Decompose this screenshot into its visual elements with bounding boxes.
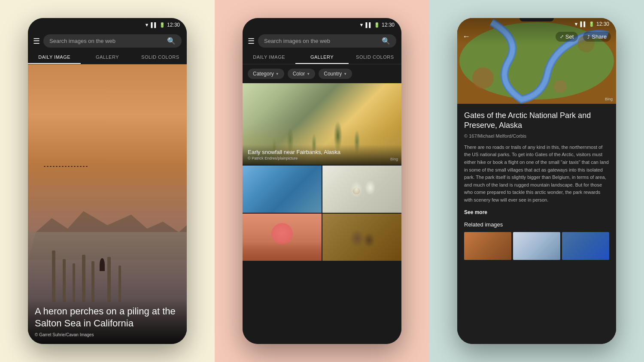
- status-time-2: 12:30: [382, 22, 395, 28]
- image-title-1: A heron perches on a piling at the Salto…: [35, 305, 180, 330]
- hamburger-icon-2[interactable]: ☰: [248, 36, 255, 46]
- piling-2: [63, 259, 66, 302]
- country-arrow-icon: ▼: [343, 72, 347, 76]
- gallery-featured-caption: Early snowfall near Fairbanks, Alaska © …: [243, 145, 401, 165]
- piling-5: [91, 261, 94, 302]
- tab-solid-colors-2[interactable]: SOLID COLORS: [349, 50, 401, 64]
- share-button[interactable]: ⤴ Share: [583, 32, 611, 42]
- see-more-button[interactable]: See more: [464, 209, 609, 215]
- related-image-3[interactable]: [562, 232, 609, 260]
- related-image-1[interactable]: [464, 232, 511, 260]
- tab-bar-2: DAILY IMAGE GALLERY SOLID COLORS: [243, 50, 401, 64]
- bing-watermark-detail: Bing: [605, 97, 613, 101]
- gallery-cell-glacier[interactable]: [243, 166, 322, 213]
- svg-point-2: [472, 67, 494, 89]
- content-2: Category ▼ Color ▼ Country ▼: [243, 64, 401, 344]
- bird-13: [80, 166, 82, 167]
- birds-line: [44, 162, 155, 171]
- gallery-grid: Early snowfall near Fairbanks, Alaska © …: [243, 83, 401, 262]
- bears-image: [322, 214, 401, 261]
- bird-1: [44, 166, 46, 167]
- related-images-title: Related images: [464, 221, 609, 228]
- filter-color[interactable]: Color ▼: [288, 69, 316, 79]
- background-panel-1: ▼ ▌▌ 🔋 12:30 ☰ Search images on the web …: [0, 0, 215, 362]
- signal-icon-1: ▌▌: [151, 22, 158, 27]
- detail-container: ▼ ▌▌ 🔋 12:30: [457, 18, 616, 344]
- bird-8: [65, 166, 67, 167]
- status-icons-1: ▼ ▌▌ 🔋 12:30: [144, 22, 180, 28]
- search-bar-1[interactable]: Search images on the web 🔍: [43, 34, 182, 48]
- daily-image-bg: A heron perches on a piling at the Salto…: [28, 64, 187, 344]
- bird-9: [68, 166, 70, 167]
- top-bar-2: ☰ Search images on the web 🔍: [243, 32, 401, 50]
- wifi-icon-2: ▼: [359, 22, 364, 27]
- gallery-featured-title: Early snowfall near Fairbanks, Alaska: [248, 149, 396, 155]
- status-icons-2: ▼ ▌▌ 🔋 12:30: [359, 22, 395, 28]
- gallery-cell-birds[interactable]: [322, 166, 401, 213]
- svg-point-4: [554, 80, 567, 93]
- image-caption-1: A heron perches on a piling at the Salto…: [28, 299, 187, 344]
- piling-1: [52, 250, 55, 302]
- bird-4: [53, 166, 55, 167]
- gallery-row-1: [243, 166, 401, 213]
- detail-actions: ⤢ Set ⤴ Share: [556, 32, 611, 42]
- search-placeholder-2: Search images on the web: [264, 38, 330, 44]
- tab-gallery-1[interactable]: GALLERY: [81, 50, 134, 64]
- gallery-container: Category ▼ Color ▼ Country ▼: [243, 64, 401, 344]
- bird-7: [62, 166, 64, 167]
- birds-image: [322, 166, 401, 213]
- wifi-icon-3: ▼: [574, 21, 578, 27]
- filter-country[interactable]: Country ▼: [319, 69, 352, 79]
- battery-icon-3: 🔋: [589, 21, 595, 27]
- piling-6: [107, 257, 111, 302]
- search-icon-1[interactable]: 🔍: [167, 37, 176, 45]
- status-time-1: 12:30: [167, 22, 180, 28]
- background-panel-2: ▼ ▌▌ 🔋 12:30 ☰ Search images on the web …: [215, 0, 429, 362]
- related-image-2[interactable]: [513, 232, 560, 260]
- image-credit-1: © Garret Suhrie/Cavan Images: [35, 332, 180, 337]
- related-images: [464, 232, 609, 260]
- top-bar-1: ☰ Search images on the web 🔍: [28, 32, 187, 50]
- gallery-featured[interactable]: Early snowfall near Fairbanks, Alaska © …: [243, 83, 401, 165]
- wifi-icon-1: ▼: [144, 22, 149, 27]
- heron-silhouette: [100, 258, 105, 271]
- tab-daily-image-1[interactable]: DAILY IMAGE: [28, 50, 81, 64]
- bird-10: [71, 166, 73, 167]
- category-arrow-icon: ▼: [276, 72, 279, 76]
- search-bar-2[interactable]: Search images on the web 🔍: [258, 34, 396, 48]
- search-placeholder-1: Search images on the web: [49, 38, 115, 44]
- color-arrow-icon: ▼: [307, 72, 310, 76]
- notch-1: [90, 18, 125, 21]
- signal-icon-2: ▌▌: [365, 22, 372, 27]
- search-icon-2[interactable]: 🔍: [382, 37, 390, 45]
- phone-3: ▼ ▌▌ 🔋 12:30: [457, 18, 616, 344]
- bird-12: [77, 166, 79, 167]
- detail-image-bg: ← ⤢ Set ⤴ Share Bing: [457, 18, 616, 104]
- hamburger-icon-1[interactable]: ☰: [33, 36, 40, 46]
- gallery-row-2: [243, 214, 401, 261]
- tab-gallery-2[interactable]: GALLERY: [295, 50, 348, 64]
- bird-2: [47, 166, 49, 167]
- bird-3: [50, 166, 52, 167]
- flamingos-image: [243, 214, 322, 261]
- battery-icon-1: 🔋: [159, 22, 165, 28]
- notch-2: [305, 18, 339, 21]
- tab-solid-colors-1[interactable]: SOLID COLORS: [134, 50, 187, 64]
- background-panel-3: ▼ ▌▌ 🔋 12:30: [429, 0, 644, 362]
- filter-category[interactable]: Category ▼: [248, 69, 284, 79]
- back-icon[interactable]: ←: [462, 32, 470, 41]
- daily-image-container: A heron perches on a piling at the Salto…: [28, 64, 187, 344]
- detail-description: There are no roads or trails of any kind…: [464, 144, 609, 204]
- gallery-cell-bears[interactable]: [322, 214, 401, 261]
- glacier-image: [243, 166, 322, 213]
- phone-2: ▼ ▌▌ 🔋 12:30 ☰ Search images on the web …: [243, 18, 401, 344]
- content-1: A heron perches on a piling at the Salto…: [28, 64, 187, 344]
- piling-7: [118, 265, 121, 302]
- bing-watermark-featured: Bing: [390, 157, 398, 161]
- piling-4: [82, 255, 85, 302]
- set-wallpaper-button[interactable]: ⤢ Set: [556, 32, 578, 42]
- tab-daily-image-2[interactable]: DAILY IMAGE: [243, 50, 295, 64]
- gallery-cell-flamingos[interactable]: [243, 214, 322, 261]
- set-icon: ⤢: [560, 34, 564, 39]
- piling-3: [73, 263, 75, 302]
